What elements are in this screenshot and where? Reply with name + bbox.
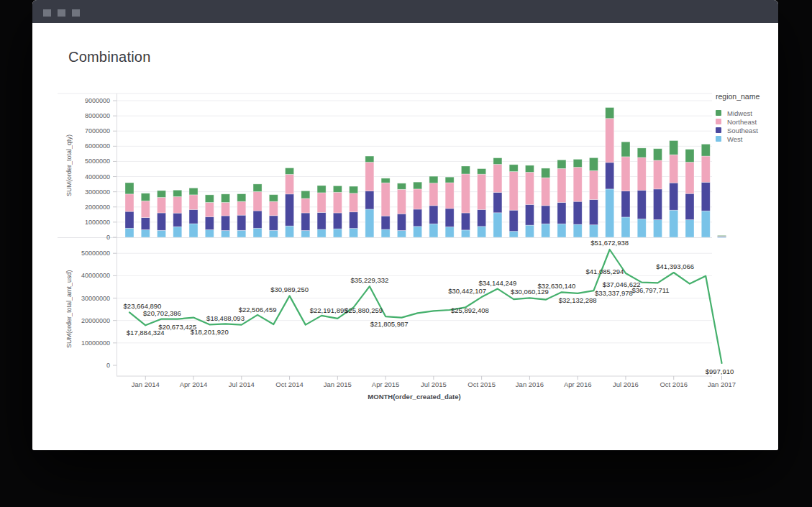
- bar-segment-west[interactable]: [317, 229, 326, 237]
- bar-segment-southeast[interactable]: [253, 211, 262, 228]
- bar-segment-southeast[interactable]: [237, 215, 246, 230]
- bar-segment-midwest[interactable]: [653, 149, 662, 160]
- bar-segment-midwest[interactable]: [445, 177, 454, 183]
- bar-segment-west[interactable]: [557, 224, 566, 237]
- bar-segment-west[interactable]: [542, 224, 550, 237]
- bar-segment-southeast[interactable]: [542, 206, 550, 224]
- bar-segment-midwest[interactable]: [141, 193, 150, 201]
- bar-segment-northeast[interactable]: [205, 202, 214, 216]
- bar-segment-southeast[interactable]: [606, 163, 614, 189]
- bar-segment-southeast[interactable]: [158, 213, 166, 230]
- bar-segment-southeast[interactable]: [397, 214, 406, 230]
- bar-segment-midwest[interactable]: [205, 195, 214, 203]
- bar-segment-west[interactable]: [478, 227, 486, 237]
- bar-segment-northeast[interactable]: [670, 155, 678, 183]
- bar-segment-southeast[interactable]: [189, 209, 198, 224]
- bar-segment-midwest[interactable]: [333, 186, 342, 192]
- bar-segment-southeast[interactable]: [381, 216, 390, 229]
- bar-segment-midwest[interactable]: [253, 184, 262, 192]
- bar-segment-northeast[interactable]: [509, 172, 518, 211]
- bar-segment-northeast[interactable]: [125, 194, 134, 211]
- bar-segment-west[interactable]: [573, 224, 582, 237]
- bar-segment-midwest[interactable]: [189, 188, 198, 195]
- bar-segment-northeast[interactable]: [222, 202, 230, 216]
- bar-segment-northeast[interactable]: [461, 174, 470, 213]
- bar-segment-west[interactable]: [397, 231, 406, 238]
- bar-segment-midwest[interactable]: [718, 235, 726, 236]
- bar-segment-midwest[interactable]: [365, 156, 374, 162]
- bar-segment-midwest[interactable]: [269, 195, 278, 202]
- bar-segment-southeast[interactable]: [461, 213, 470, 230]
- bar-segment-midwest[interactable]: [286, 168, 294, 175]
- bar-segment-southeast[interactable]: [621, 191, 630, 217]
- bar-segment-midwest[interactable]: [637, 148, 646, 157]
- bar-segment-southeast[interactable]: [222, 216, 230, 230]
- bar-segment-southeast[interactable]: [205, 217, 214, 230]
- bar-segment-west[interactable]: [301, 231, 310, 238]
- bar-segment-southeast[interactable]: [125, 211, 134, 228]
- bar-segment-southeast[interactable]: [317, 212, 326, 229]
- bar-segment-west[interactable]: [173, 227, 182, 237]
- bar-segment-midwest[interactable]: [222, 194, 230, 203]
- bar-segment-southeast[interactable]: [301, 213, 310, 230]
- bar-segment-midwest[interactable]: [317, 186, 326, 193]
- bar-segment-northeast[interactable]: [542, 178, 550, 206]
- bar-segment-southeast[interactable]: [573, 201, 582, 224]
- bar-segment-northeast[interactable]: [701, 156, 710, 182]
- bar-segment-midwest[interactable]: [525, 165, 534, 173]
- bar-segment-southeast[interactable]: [350, 212, 358, 229]
- bar-segment-southeast[interactable]: [478, 209, 486, 226]
- bar-segment-northeast[interactable]: [350, 193, 358, 212]
- bar-segment-midwest[interactable]: [301, 191, 310, 198]
- bar-segment-northeast[interactable]: [365, 163, 374, 191]
- bar-segment-southeast[interactable]: [493, 193, 502, 213]
- bar-segment-west[interactable]: [286, 226, 294, 237]
- bar-segment-southeast[interactable]: [701, 182, 710, 211]
- bar-segment-west[interactable]: [621, 217, 630, 237]
- bar-segment-midwest[interactable]: [429, 176, 438, 183]
- bar-segment-southeast[interactable]: [333, 213, 342, 229]
- bar-segment-midwest[interactable]: [557, 160, 566, 168]
- bar-segment-midwest[interactable]: [237, 194, 246, 202]
- bar-segment-west[interactable]: [493, 213, 502, 237]
- bar-segment-midwest[interactable]: [670, 141, 678, 155]
- bar-segment-southeast[interactable]: [414, 209, 422, 227]
- bar-segment-southeast[interactable]: [141, 218, 150, 230]
- bar-segment-northeast[interactable]: [637, 157, 646, 191]
- bar-segment-northeast[interactable]: [333, 192, 342, 213]
- bar-segment-west[interactable]: [333, 229, 342, 237]
- bar-segment-northeast[interactable]: [253, 191, 262, 211]
- bar-segment-west[interactable]: [414, 227, 422, 237]
- bar-segment-northeast[interactable]: [397, 189, 406, 214]
- window-button-icon[interactable]: [58, 9, 65, 17]
- bar-segment-west[interactable]: [237, 230, 246, 237]
- bar-segment-northeast[interactable]: [414, 189, 422, 209]
- legend-item-west[interactable]: West: [716, 134, 777, 143]
- bar-segment-northeast[interactable]: [573, 167, 582, 201]
- bar-segment-west[interactable]: [269, 230, 278, 237]
- bar-segment-west[interactable]: [381, 229, 390, 237]
- bar-segment-midwest[interactable]: [173, 190, 182, 196]
- legend-item-southeast[interactable]: Southeast: [716, 126, 777, 134]
- bar-segment-southeast[interactable]: [286, 194, 294, 226]
- bar-segment-midwest[interactable]: [573, 159, 582, 167]
- bar-segment-midwest[interactable]: [478, 169, 486, 175]
- bar-segment-northeast[interactable]: [525, 172, 534, 204]
- bar-segment-west[interactable]: [158, 230, 166, 237]
- bar-segment-west[interactable]: [685, 220, 694, 237]
- bar-segment-west[interactable]: [509, 232, 518, 237]
- bar-segment-midwest[interactable]: [158, 191, 166, 198]
- bar-segment-northeast[interactable]: [237, 201, 246, 215]
- bar-segment-northeast[interactable]: [141, 201, 150, 217]
- bar-segment-midwest[interactable]: [493, 158, 502, 165]
- bar-segment-southeast[interactable]: [637, 191, 646, 219]
- bar-segment-northeast[interactable]: [685, 163, 694, 194]
- bar-segment-northeast[interactable]: [493, 164, 502, 192]
- bar-segment-west[interactable]: [701, 211, 710, 237]
- bar-segment-southeast[interactable]: [653, 189, 662, 220]
- bar-segment-northeast[interactable]: [429, 183, 438, 206]
- bar-segment-midwest[interactable]: [414, 182, 422, 189]
- bar-segment-southeast[interactable]: [445, 209, 454, 227]
- bar-segment-west[interactable]: [253, 228, 262, 237]
- bar-segment-northeast[interactable]: [606, 119, 614, 163]
